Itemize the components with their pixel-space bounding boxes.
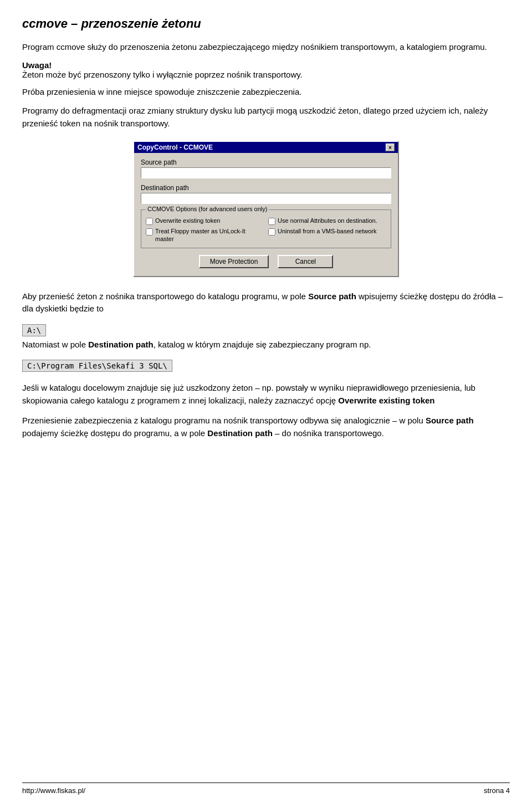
- checkbox-floppy-input[interactable]: [146, 228, 153, 236]
- path1-block: A:\: [22, 324, 46, 336]
- dialog-buttons: Move Protection Cancel: [141, 255, 391, 270]
- checkbox-overwrite-label: Overwrite existing token: [155, 217, 220, 224]
- checkbox-uninstall: Uninstall from a VMS-based network: [268, 227, 386, 243]
- dialog-titlebar-buttons: ×: [386, 144, 395, 151]
- checkbox-uninstall-input[interactable]: [268, 228, 275, 236]
- source-path-input[interactable]: [141, 167, 391, 178]
- path2-block: C:\Program Files\Sekafi 3 SQL\: [22, 360, 172, 372]
- checkbox-overwrite: Overwrite existing token: [146, 217, 264, 225]
- uwaga-title: Uwaga!: [22, 60, 52, 70]
- przeniesienie-text2: podajemy ścieżkę dostępu do programu, a …: [22, 428, 207, 438]
- destination-path-label: Destination path: [141, 184, 391, 192]
- jesli-para: Jeśli w katalogu docelowym znajduje się …: [22, 382, 510, 407]
- uwaga-text: Żeton może być przenoszony tylko i wyłąc…: [22, 70, 303, 79]
- copycontrol-dialog: CopyControl - CCMOVE × Source path Desti…: [133, 141, 399, 277]
- footer-url[interactable]: http://www.fiskas.pl/: [22, 786, 85, 795]
- natomiast-text2: , katalog w którym znajduje się zabezpie…: [154, 340, 371, 349]
- options-group: CCMOVE Options (for advanced users only)…: [141, 209, 391, 248]
- aby-przen-text: Aby przenieść żeton z nośnika transporto…: [22, 292, 308, 301]
- footer: http://www.fiskas.pl/ strona 4: [22, 783, 510, 795]
- move-protection-button[interactable]: Move Protection: [199, 255, 269, 268]
- checkbox-floppy-label: Treat Floppy master as UnLock-It master: [155, 227, 264, 243]
- przeniesienie-text3: – do nośnika transportowego.: [273, 428, 384, 438]
- cancel-button[interactable]: Cancel: [278, 255, 333, 268]
- dialog-title: CopyControl - CCMOVE: [137, 144, 213, 151]
- checkbox-normal-attr: Use normal Attributes on destination.: [268, 217, 386, 225]
- proba-text: Próba przeniesienia w inne miejsce spowo…: [22, 86, 510, 99]
- przeniesienie-para: Przeniesienie zabezpieczenia z katalogu …: [22, 415, 510, 439]
- natomiast-bold: Destination path: [88, 340, 154, 349]
- uwaga-block: Uwaga! Żeton może być przenoszony tylko …: [22, 60, 510, 79]
- intro-text: Program ccmove służy do przenoszenia żet…: [22, 41, 510, 54]
- dialog-close-button[interactable]: ×: [386, 144, 395, 151]
- checkbox-normal-attr-label: Use normal Attributes on destination.: [278, 217, 377, 224]
- przeniesienie-bold1: Source path: [426, 416, 474, 425]
- page-title: ccmove – przenoszenie żetonu: [22, 17, 510, 31]
- checkbox-normal-attr-input[interactable]: [268, 218, 275, 225]
- dialog-body: Source path Destination path CCMOVE Opti…: [134, 153, 398, 276]
- destination-path-input[interactable]: [141, 193, 391, 204]
- footer-page: strona 4: [484, 786, 510, 795]
- checkbox-uninstall-label: Uninstall from a VMS-based network: [278, 227, 377, 235]
- options-group-title: CCMOVE Options (for advanced users only): [146, 206, 269, 212]
- aby-przen-bold: Source path: [308, 292, 356, 301]
- aby-przen-para: Aby przenieść żeton z nośnika transporto…: [22, 290, 510, 315]
- natomiast-para: Natomiast w pole Destination path, katal…: [22, 339, 510, 351]
- checkbox-overwrite-input[interactable]: [146, 218, 153, 225]
- natomiast-text: Natomiast w pole: [22, 340, 88, 349]
- checkboxes-container: Overwrite existing token Use normal Attr…: [146, 217, 386, 243]
- checkbox-floppy: Treat Floppy master as UnLock-It master: [146, 227, 264, 243]
- programy-text: Programy do defragmentacji oraz zmiany s…: [22, 105, 510, 130]
- przeniesienie-bold2: Destination path: [207, 428, 273, 438]
- source-path-label: Source path: [141, 158, 391, 166]
- przeniesienie-text: Przeniesienie zabezpieczenia z katalogu …: [22, 416, 426, 425]
- dialog-titlebar: CopyControl - CCMOVE ×: [134, 142, 398, 153]
- jesli-bold: Overwrite existing token: [338, 396, 434, 405]
- dialog-container: CopyControl - CCMOVE × Source path Desti…: [22, 141, 510, 277]
